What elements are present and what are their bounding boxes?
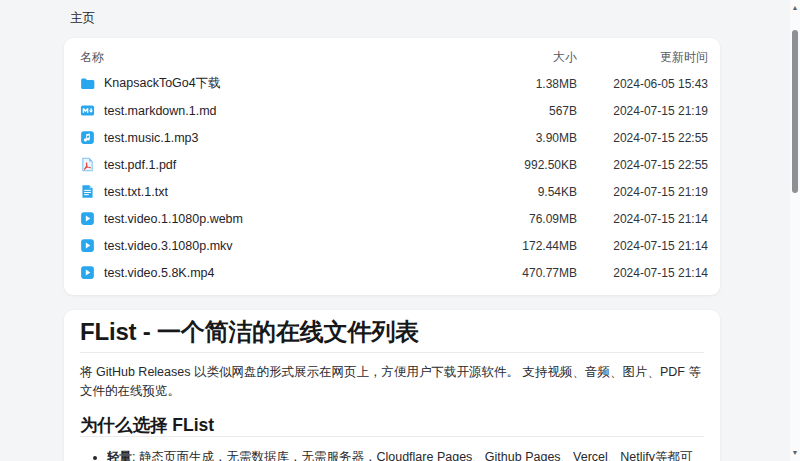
scroll-up-icon[interactable]: ▲ bbox=[790, 3, 800, 13]
file-modified: 2024-07-15 21:19 bbox=[577, 185, 708, 199]
feature-text: : 静态页面生成，无需数据库，无需服务器，Cloudflare Pages、Gi… bbox=[107, 450, 693, 461]
music-file-icon bbox=[80, 130, 95, 145]
file-size: 172.44MB bbox=[467, 239, 577, 253]
vertical-scrollbar[interactable]: ▲ ▼ bbox=[790, 0, 800, 461]
scroll-down-icon[interactable]: ▼ bbox=[790, 448, 800, 458]
video-file-icon bbox=[80, 238, 95, 253]
readme-card: FList - 一个简洁的在线文件列表 将 GitHub Releases 以类… bbox=[64, 310, 720, 461]
scrollbar-thumb[interactable] bbox=[792, 30, 798, 193]
readme-feature-list: 轻量: 静态页面生成，无需数据库，无需服务器，Cloudflare Pages、… bbox=[80, 447, 704, 461]
breadcrumb-home[interactable]: 主页 bbox=[70, 10, 95, 27]
pdf-file-icon bbox=[80, 157, 95, 172]
file-name: test.video.3.1080p.mkv bbox=[104, 239, 233, 253]
file-row-markdown[interactable]: test.markdown.1.md 567B 2024-07-15 21:19 bbox=[64, 97, 720, 124]
video-file-icon bbox=[80, 265, 95, 280]
file-modified: 2024-07-15 22:55 bbox=[577, 158, 708, 172]
file-name: KnapsackToGo4下载 bbox=[104, 75, 221, 92]
column-header-size: 大小 bbox=[467, 49, 577, 66]
file-name: test.music.1.mp3 bbox=[104, 131, 198, 145]
file-size: 567B bbox=[467, 104, 577, 118]
file-size: 470.77MB bbox=[467, 266, 577, 280]
file-name: test.pdf.1.pdf bbox=[104, 158, 176, 172]
file-modified: 2024-07-15 21:14 bbox=[577, 212, 708, 226]
file-modified: 2024-07-15 22:55 bbox=[577, 131, 708, 145]
file-name: test.video.1.1080p.webm bbox=[104, 212, 243, 226]
file-modified: 2024-06-05 15:43 bbox=[577, 77, 708, 91]
file-modified: 2024-07-15 21:19 bbox=[577, 104, 708, 118]
file-row-text[interactable]: test.txt.1.txt 9.54KB 2024-07-15 21:19 bbox=[64, 178, 720, 205]
file-size: 76.09MB bbox=[467, 212, 577, 226]
file-row-video-3[interactable]: test.video.3.1080p.mkv 172.44MB 2024-07-… bbox=[64, 232, 720, 259]
folder-icon bbox=[80, 76, 95, 91]
file-size: 9.54KB bbox=[467, 185, 577, 199]
column-header-name: 名称 bbox=[80, 49, 467, 66]
readme-title: FList - 一个简洁的在线文件列表 bbox=[80, 310, 704, 353]
file-table-header: 名称 大小 更新时间 bbox=[64, 44, 720, 70]
readme-feature-item: 轻量: 静态页面生成，无需数据库，无需服务器，Cloudflare Pages、… bbox=[107, 447, 704, 461]
video-file-icon bbox=[80, 211, 95, 226]
file-row-video-5[interactable]: test.video.5.8K.mp4 470.77MB 2024-07-15 … bbox=[64, 259, 720, 286]
feature-term: 轻量 bbox=[107, 450, 132, 461]
readme-why-heading: 为什么选择 FList bbox=[80, 414, 704, 437]
file-size: 1.38MB bbox=[467, 77, 577, 91]
column-header-modified: 更新时间 bbox=[577, 49, 708, 66]
file-size: 3.90MB bbox=[467, 131, 577, 145]
file-name: test.markdown.1.md bbox=[104, 104, 217, 118]
file-row-video-1[interactable]: test.video.1.1080p.webm 76.09MB 2024-07-… bbox=[64, 205, 720, 232]
file-modified: 2024-07-15 21:14 bbox=[577, 266, 708, 280]
file-size: 992.50KB bbox=[467, 158, 577, 172]
page: 主页 名称 大小 更新时间 KnapsackToGo4下载 1.38MB 202… bbox=[0, 0, 800, 461]
file-row-pdf[interactable]: test.pdf.1.pdf 992.50KB 2024-07-15 22:55 bbox=[64, 151, 720, 178]
readme-intro: 将 GitHub Releases 以类似网盘的形式展示在网页上，方便用户下载开… bbox=[80, 363, 704, 401]
file-name: test.video.5.8K.mp4 bbox=[104, 266, 214, 280]
file-name: test.txt.1.txt bbox=[104, 185, 168, 199]
text-file-icon bbox=[80, 184, 95, 199]
file-list-card: 名称 大小 更新时间 KnapsackToGo4下载 1.38MB 2024-0… bbox=[64, 38, 720, 295]
file-modified: 2024-07-15 21:14 bbox=[577, 239, 708, 253]
markdown-file-icon bbox=[80, 103, 95, 118]
file-row-music[interactable]: test.music.1.mp3 3.90MB 2024-07-15 22:55 bbox=[64, 124, 720, 151]
file-row-folder[interactable]: KnapsackToGo4下载 1.38MB 2024-06-05 15:43 bbox=[64, 70, 720, 97]
